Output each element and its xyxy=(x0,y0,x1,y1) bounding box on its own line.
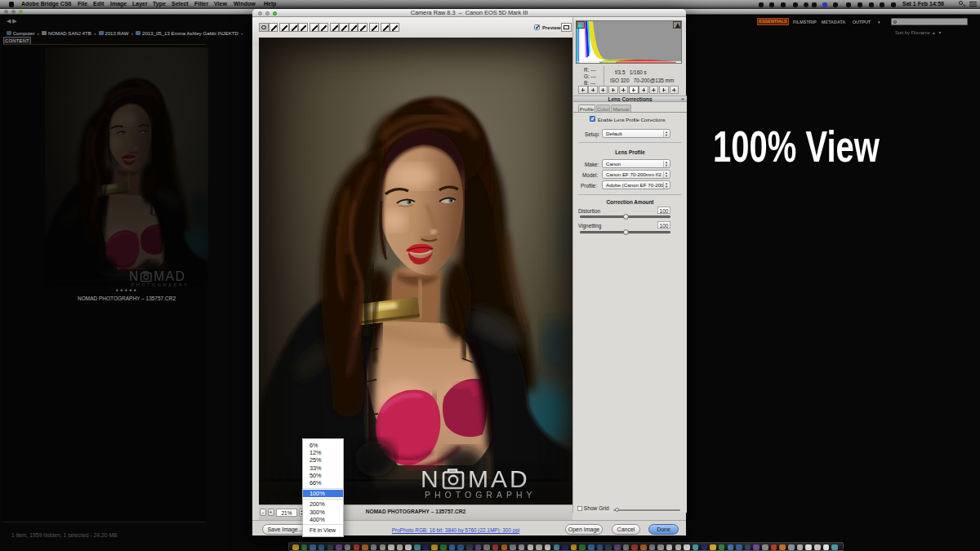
svg-text:N: N xyxy=(421,465,441,492)
svg-text:MAD: MAD xyxy=(468,465,530,492)
svg-text:PHOTOGRAPHY: PHOTOGRAPHY xyxy=(425,490,537,500)
